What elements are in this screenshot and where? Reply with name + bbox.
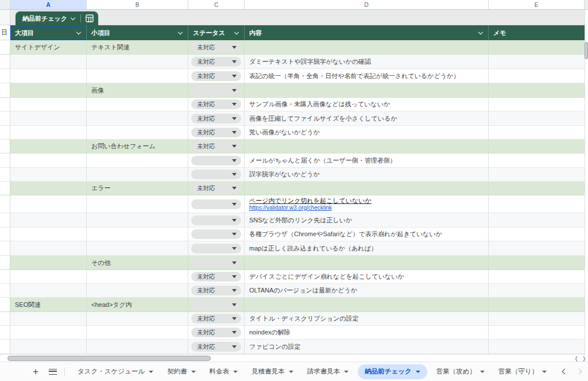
cell-minor-item[interactable] xyxy=(87,340,188,354)
cell-content[interactable] xyxy=(245,40,489,55)
cell-major-item[interactable] xyxy=(10,312,87,326)
cell-major-item[interactable] xyxy=(10,228,87,241)
cell-content[interactable]: メールがちゃんと届くか（ユーザー側・管理者側） xyxy=(245,153,489,168)
cell-memo[interactable] xyxy=(489,111,588,126)
cell-memo[interactable] xyxy=(489,69,588,83)
tab-dropdown-arrow-icon[interactable] xyxy=(149,371,153,373)
cell-memo[interactable] xyxy=(489,270,588,284)
cell-content[interactable] xyxy=(245,140,489,153)
cell-major-item[interactable] xyxy=(10,153,87,168)
cell-content[interactable]: ファビコンの設定 xyxy=(245,340,489,354)
sheet-tab-4[interactable]: 見積書見本 xyxy=(245,362,300,381)
cell-status[interactable] xyxy=(188,213,245,228)
cell-minor-item[interactable] xyxy=(87,69,188,83)
cell-major-item[interactable] xyxy=(10,326,87,340)
cell-content[interactable]: 誤字脱字がないかどうか xyxy=(245,168,489,182)
cell-status[interactable]: 未対応 xyxy=(188,312,245,326)
sheet-tab-6-active[interactable]: 納品前チェック xyxy=(358,364,427,379)
tab-dropdown-arrow-icon[interactable] xyxy=(191,371,196,373)
cell-content[interactable] xyxy=(245,182,489,195)
header-cell-status[interactable]: ステータス xyxy=(188,25,245,40)
cell-minor-item[interactable] xyxy=(87,228,188,241)
cell-memo[interactable] xyxy=(489,126,588,140)
cell-memo[interactable] xyxy=(489,213,588,228)
cell-status[interactable] xyxy=(188,228,245,241)
cell-status[interactable]: 未対応 xyxy=(188,284,245,298)
cell-minor-item[interactable] xyxy=(87,270,188,284)
corner-cell[interactable] xyxy=(0,0,10,9)
cell-minor-item[interactable] xyxy=(87,55,188,69)
cell-major-item[interactable] xyxy=(10,195,87,213)
cell-major-item[interactable] xyxy=(10,140,87,153)
column-header-A[interactable]: A xyxy=(10,0,87,9)
cell-status[interactable]: 未対応 xyxy=(188,126,245,140)
status-dropdown[interactable] xyxy=(191,170,241,179)
vertical-scrollbar-thumb[interactable] xyxy=(585,42,588,59)
cell-minor-item[interactable] xyxy=(87,213,188,228)
status-dropdown[interactable]: 未対応 xyxy=(191,114,241,124)
cell-memo[interactable] xyxy=(489,241,588,256)
cell-major-item[interactable] xyxy=(10,83,87,98)
add-sheet-button[interactable]: + xyxy=(28,364,44,380)
cell-memo[interactable] xyxy=(489,195,588,213)
cell-memo[interactable] xyxy=(489,340,588,354)
cell-status[interactable] xyxy=(188,256,245,270)
cell-content[interactable]: mapは正しく読み込まれているか（あれば） xyxy=(245,241,489,256)
status-dropdown[interactable]: 未対応 xyxy=(191,328,241,337)
cell-memo[interactable] xyxy=(489,83,588,98)
cell-major-item[interactable] xyxy=(10,284,87,298)
status-dropdown[interactable]: 未対応 xyxy=(191,141,241,151)
horizontal-scrollbar-thumb[interactable] xyxy=(7,356,211,361)
status-dropdown[interactable]: 未対応 xyxy=(191,128,241,137)
cell-major-item[interactable] xyxy=(10,340,87,354)
scroll-left-icon[interactable]: ❬ xyxy=(574,355,579,362)
tab-dropdown-arrow-icon[interactable] xyxy=(416,371,420,373)
cell-minor-item[interactable] xyxy=(87,98,188,111)
column-header-E[interactable]: E xyxy=(489,0,585,9)
cell-content[interactable]: ダミーテキストや誤字脱字がないかの確認 xyxy=(245,55,489,69)
status-dropdown[interactable]: 未対応 xyxy=(191,57,241,67)
cell-memo[interactable] xyxy=(489,256,588,270)
sheet-tab-1[interactable]: タスク・スケジュール xyxy=(71,362,160,381)
status-dropdown[interactable] xyxy=(191,86,241,95)
cell-status[interactable] xyxy=(188,241,245,256)
cell-link[interactable]: https://validator.w3.org/checklink xyxy=(249,205,332,211)
cell-major-item[interactable] xyxy=(10,126,87,140)
all-sheets-menu-button[interactable] xyxy=(45,364,61,380)
cell-memo[interactable] xyxy=(489,326,588,340)
cell-memo[interactable] xyxy=(489,284,588,298)
cell-minor-item[interactable] xyxy=(87,195,188,213)
chevron-down-icon[interactable] xyxy=(478,29,483,34)
cell-major-item[interactable]: SEO関連 xyxy=(10,298,87,312)
cell-status[interactable] xyxy=(188,153,245,168)
cell-minor-item[interactable]: エラー xyxy=(87,182,188,195)
cell-content[interactable]: 各種ブラウザ（ChromeやSafariなど）で表示崩れが起きていないか xyxy=(245,228,489,241)
cell-status[interactable]: 未対応 xyxy=(188,69,245,83)
cell-major-item[interactable] xyxy=(10,270,87,284)
chevron-down-icon[interactable] xyxy=(76,29,81,34)
cell-status[interactable] xyxy=(188,195,245,213)
status-dropdown[interactable] xyxy=(191,199,241,209)
cell-minor-item[interactable]: <head>タグ内 xyxy=(87,298,188,312)
status-dropdown[interactable]: 未対応 xyxy=(191,286,241,295)
cell-content[interactable] xyxy=(245,256,489,270)
sheet-tab-7[interactable]: 営業（攻め） xyxy=(430,362,492,381)
cell-content[interactable]: タイトル・ディスクリプションの設定 xyxy=(245,312,489,326)
cell-major-item[interactable] xyxy=(10,111,87,126)
cell-memo[interactable] xyxy=(489,312,588,326)
cell-content[interactable] xyxy=(245,298,489,312)
status-dropdown[interactable] xyxy=(191,229,241,239)
cell-content[interactable]: 画像を圧縮してファイルサイズを小さくしているか xyxy=(245,111,489,126)
tab-dropdown-arrow-icon[interactable] xyxy=(289,371,293,373)
cell-minor-item[interactable] xyxy=(87,126,188,140)
status-dropdown[interactable] xyxy=(191,300,241,310)
cell-memo[interactable] xyxy=(489,55,588,69)
cell-minor-item[interactable]: お問い合わせフォーム xyxy=(87,140,188,153)
status-dropdown[interactable]: 未対応 xyxy=(191,342,241,352)
cell-major-item[interactable] xyxy=(10,98,87,111)
status-dropdown[interactable] xyxy=(191,258,241,268)
cell-minor-item[interactable] xyxy=(87,326,188,340)
vertical-scrollbar[interactable] xyxy=(585,10,588,355)
cell-status[interactable] xyxy=(188,298,245,312)
column-header-B[interactable]: B xyxy=(87,0,188,9)
